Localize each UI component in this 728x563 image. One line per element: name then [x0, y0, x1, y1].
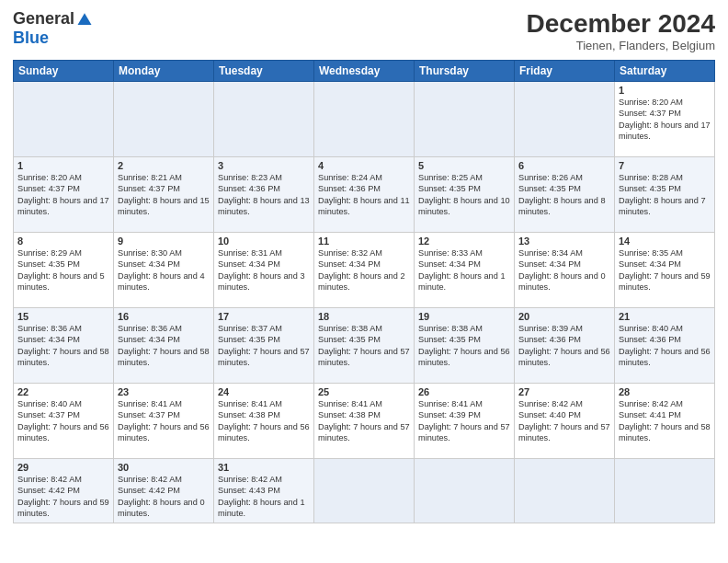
day-info: Sunrise: 8:36 AMSunset: 4:34 PMDaylight:…	[17, 323, 109, 369]
calendar-header: Sunday Monday Tuesday Wednesday Thursday…	[14, 61, 715, 82]
month-title: December 2024	[527, 9, 715, 39]
day-number: 16	[118, 311, 210, 322]
day-number: 12	[418, 236, 510, 247]
day-number: 19	[418, 311, 510, 322]
table-row: 17Sunrise: 8:37 AMSunset: 4:35 PMDayligh…	[214, 308, 314, 384]
logo-icon	[76, 11, 93, 28]
table-row: 27Sunrise: 8:42 AMSunset: 4:40 PMDayligh…	[515, 384, 615, 459]
logo: General Blue	[13, 9, 93, 48]
day-number: 24	[218, 386, 310, 397]
header-sunday: Sunday	[14, 61, 114, 82]
table-row: 20Sunrise: 8:39 AMSunset: 4:36 PMDayligh…	[515, 308, 615, 384]
day-number: 2	[118, 160, 210, 171]
table-row: 16Sunrise: 8:36 AMSunset: 4:34 PMDayligh…	[114, 308, 214, 384]
day-number: 23	[118, 386, 210, 397]
day-number: 29	[17, 462, 109, 473]
table-row: 25Sunrise: 8:41 AMSunset: 4:38 PMDayligh…	[314, 384, 415, 459]
day-info: Sunrise: 8:30 AMSunset: 4:34 PMDaylight:…	[118, 247, 210, 293]
table-row: 4Sunrise: 8:24 AMSunset: 4:36 PMDaylight…	[314, 157, 415, 233]
day-info: Sunrise: 8:40 AMSunset: 4:37 PMDaylight:…	[17, 398, 109, 444]
table-row: 19Sunrise: 8:38 AMSunset: 4:35 PMDayligh…	[415, 308, 515, 384]
page: General Blue December 2024 Tienen, Fland…	[0, 0, 728, 563]
day-number: 15	[17, 311, 109, 322]
day-info: Sunrise: 8:21 AMSunset: 4:37 PMDaylight:…	[118, 172, 210, 218]
day-info: Sunrise: 8:34 AMSunset: 4:34 PMDaylight:…	[518, 247, 610, 293]
day-info: Sunrise: 8:42 AMSunset: 4:41 PMDaylight:…	[619, 398, 711, 444]
day-number: 26	[418, 386, 510, 397]
table-row	[214, 82, 314, 157]
title-block: December 2024 Tienen, Flanders, Belgium	[527, 9, 715, 52]
day-info: Sunrise: 8:42 AMSunset: 4:40 PMDaylight:…	[518, 398, 610, 444]
day-info: Sunrise: 8:39 AMSunset: 4:36 PMDaylight:…	[518, 323, 610, 369]
day-number: 31	[218, 462, 310, 473]
day-info: Sunrise: 8:41 AMSunset: 4:39 PMDaylight:…	[418, 398, 510, 444]
day-number: 14	[619, 236, 711, 247]
table-row: 3Sunrise: 8:23 AMSunset: 4:36 PMDaylight…	[214, 157, 314, 233]
day-number: 7	[619, 160, 711, 171]
day-number: 5	[418, 160, 510, 171]
header-thursday: Thursday	[415, 61, 515, 82]
table-row	[415, 82, 515, 157]
table-row: 6Sunrise: 8:26 AMSunset: 4:35 PMDaylight…	[515, 157, 615, 233]
day-number: 1	[619, 85, 711, 96]
logo-general-text: General	[13, 9, 74, 29]
table-row: 2Sunrise: 8:21 AMSunset: 4:37 PMDaylight…	[114, 157, 214, 233]
logo-blue-text: Blue	[13, 29, 49, 48]
day-number: 28	[619, 386, 711, 397]
day-number: 13	[518, 236, 610, 247]
table-row: 29Sunrise: 8:42 AMSunset: 4:42 PMDayligh…	[14, 459, 114, 523]
header-friday: Friday	[515, 61, 615, 82]
day-number: 30	[118, 462, 210, 473]
day-number: 1	[17, 160, 109, 171]
day-info: Sunrise: 8:20 AMSunset: 4:37 PMDaylight:…	[619, 97, 711, 143]
table-row: 26Sunrise: 8:41 AMSunset: 4:39 PMDayligh…	[415, 384, 515, 459]
table-row	[314, 459, 415, 523]
day-info: Sunrise: 8:38 AMSunset: 4:35 PMDaylight:…	[418, 323, 510, 369]
day-info: Sunrise: 8:42 AMSunset: 4:43 PMDaylight:…	[218, 474, 310, 520]
table-row: 8Sunrise: 8:29 AMSunset: 4:35 PMDaylight…	[14, 233, 114, 308]
day-number: 3	[218, 160, 310, 171]
table-row: 12Sunrise: 8:33 AMSunset: 4:34 PMDayligh…	[415, 233, 515, 308]
table-row	[515, 82, 615, 157]
header-monday: Monday	[114, 61, 214, 82]
day-number: 27	[518, 386, 610, 397]
day-info: Sunrise: 8:23 AMSunset: 4:36 PMDaylight:…	[218, 172, 310, 218]
table-row	[114, 82, 214, 157]
table-row: 28Sunrise: 8:42 AMSunset: 4:41 PMDayligh…	[615, 384, 715, 459]
day-number: 6	[518, 160, 610, 171]
day-info: Sunrise: 8:36 AMSunset: 4:34 PMDaylight:…	[118, 323, 210, 369]
table-row	[515, 459, 615, 523]
table-row: 18Sunrise: 8:38 AMSunset: 4:35 PMDayligh…	[314, 308, 415, 384]
day-info: Sunrise: 8:32 AMSunset: 4:34 PMDaylight:…	[318, 247, 410, 293]
table-row: 11Sunrise: 8:32 AMSunset: 4:34 PMDayligh…	[314, 233, 415, 308]
day-number: 20	[518, 311, 610, 322]
table-row: 23Sunrise: 8:41 AMSunset: 4:37 PMDayligh…	[114, 384, 214, 459]
day-info: Sunrise: 8:41 AMSunset: 4:38 PMDaylight:…	[318, 398, 410, 444]
day-info: Sunrise: 8:24 AMSunset: 4:36 PMDaylight:…	[318, 172, 410, 218]
header-wednesday: Wednesday	[314, 61, 415, 82]
day-info: Sunrise: 8:28 AMSunset: 4:35 PMDaylight:…	[619, 172, 711, 218]
table-row: 30Sunrise: 8:42 AMSunset: 4:42 PMDayligh…	[114, 459, 214, 523]
day-number: 21	[619, 311, 711, 322]
location: Tienen, Flanders, Belgium	[527, 39, 715, 52]
table-row: 22Sunrise: 8:40 AMSunset: 4:37 PMDayligh…	[14, 384, 114, 459]
table-row: 9Sunrise: 8:30 AMSunset: 4:34 PMDaylight…	[114, 233, 214, 308]
day-number: 17	[218, 311, 310, 322]
table-row: 10Sunrise: 8:31 AMSunset: 4:34 PMDayligh…	[214, 233, 314, 308]
day-info: Sunrise: 8:33 AMSunset: 4:34 PMDaylight:…	[418, 247, 510, 293]
table-row: 15Sunrise: 8:36 AMSunset: 4:34 PMDayligh…	[14, 308, 114, 384]
day-info: Sunrise: 8:41 AMSunset: 4:38 PMDaylight:…	[218, 398, 310, 444]
day-info: Sunrise: 8:31 AMSunset: 4:34 PMDaylight:…	[218, 247, 310, 293]
table-row: 13Sunrise: 8:34 AMSunset: 4:34 PMDayligh…	[515, 233, 615, 308]
day-number: 11	[318, 236, 410, 247]
table-row	[615, 459, 715, 523]
day-info: Sunrise: 8:42 AMSunset: 4:42 PMDaylight:…	[17, 474, 109, 520]
day-number: 10	[218, 236, 310, 247]
table-row	[314, 82, 415, 157]
day-number: 4	[318, 160, 410, 171]
svg-marker-0	[78, 13, 92, 25]
day-info: Sunrise: 8:26 AMSunset: 4:35 PMDaylight:…	[518, 172, 610, 218]
table-row: 1Sunrise: 8:20 AMSunset: 4:37 PMDaylight…	[615, 82, 715, 157]
day-number: 25	[318, 386, 410, 397]
table-row: 5Sunrise: 8:25 AMSunset: 4:35 PMDaylight…	[415, 157, 515, 233]
